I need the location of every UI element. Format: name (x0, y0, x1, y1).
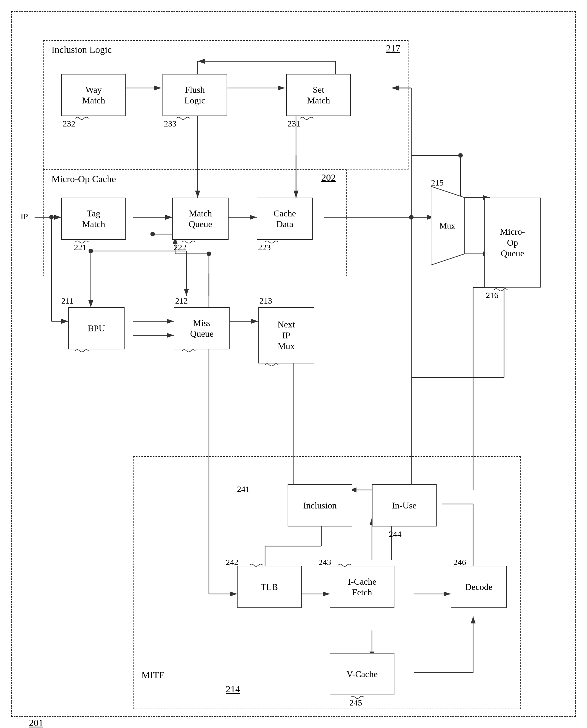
bpu-squiggle (74, 348, 91, 354)
micro-op-queue-squiggle (493, 287, 510, 292)
micro-op-queue-box: Micro-OpQueue (485, 197, 541, 287)
tag-match-box: TagMatch (61, 197, 126, 240)
inclusion-logic-ref: 217 (386, 43, 400, 54)
next-ip-mux-squiggle (264, 362, 281, 368)
next-ip-mux-box: NextIPMux (258, 307, 314, 363)
in-use-box: In-Use (372, 484, 437, 526)
main-ref: 201 (29, 718, 43, 728)
flush-logic-box: FlushLogic (163, 74, 227, 116)
micro-op-cache-ref: 202 (321, 172, 336, 183)
tlb-ref: 242 (226, 557, 238, 567)
flush-logic-ref: 233 (164, 119, 177, 128)
cache-data-squiggle (264, 239, 281, 245)
set-match-box: SetMatch (286, 74, 351, 116)
inclusion-ref: 241 (237, 484, 250, 494)
tlb-box: TLB (237, 566, 302, 608)
mite-ref: 214 (226, 684, 240, 695)
i-cache-fetch-squiggle (337, 562, 354, 568)
match-queue-box: MatchQueue (172, 197, 229, 240)
tag-match-squiggle (74, 239, 91, 245)
ip-label: IP (21, 212, 28, 221)
inclusion-box: Inclusion (288, 484, 352, 526)
decode-box: Decode (451, 566, 507, 608)
inclusion-logic-label: Inclusion Logic (51, 44, 112, 55)
svg-point-30 (409, 215, 414, 219)
in-use-ref: 244 (389, 529, 401, 539)
main-diagram: IP Inclusion Logic 217 WayMatch 232 Flus… (11, 11, 576, 717)
way-match-squiggle (74, 116, 91, 121)
miss-queue-box: MissQueue (174, 307, 230, 349)
set-match-ref: 231 (288, 119, 300, 128)
way-match-ref: 232 (63, 119, 75, 128)
bpu-ref: 211 (61, 296, 74, 306)
i-cache-fetch-ref: 243 (319, 557, 331, 567)
v-cache-squiggle (349, 695, 366, 700)
miss-queue-squiggle (181, 348, 197, 354)
mux-ref: 215 (431, 178, 444, 187)
i-cache-fetch-box: I-CacheFetch (330, 566, 394, 608)
cache-data-box: CacheData (257, 197, 313, 240)
mux-shape: Mux (431, 186, 465, 265)
way-match-box: WayMatch (61, 74, 126, 116)
miss-queue-ref: 212 (175, 296, 188, 306)
v-cache-box: V-Cache (330, 653, 394, 695)
micro-op-cache-label: Micro-Op Cache (51, 174, 116, 184)
svg-point-61 (458, 153, 463, 158)
tlb-squiggle (248, 562, 265, 568)
mite-label: MITE (141, 670, 165, 681)
match-queue-squiggle (181, 239, 197, 245)
set-match-squiggle (299, 116, 316, 121)
decode-ref: 246 (453, 557, 466, 567)
next-ip-mux-ref: 213 (259, 296, 272, 306)
flush-logic-squiggle (175, 116, 192, 121)
svg-text:Mux: Mux (440, 221, 455, 230)
bpu-box: BPU (68, 307, 124, 349)
